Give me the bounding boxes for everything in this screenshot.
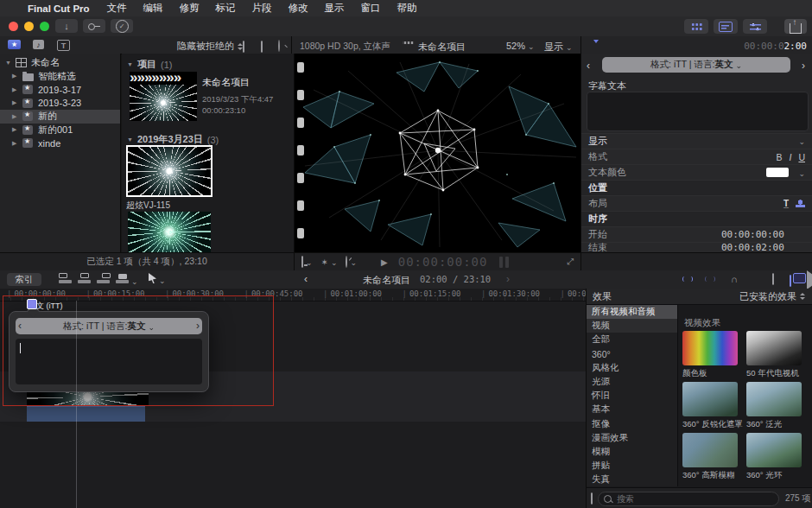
category-sidebar-toggle[interactable] — [591, 493, 593, 504]
caption-text-input[interactable] — [16, 339, 202, 384]
sidebar-item-event[interactable]: ▶2019-3-23 — [0, 97, 120, 111]
effects-category[interactable]: 基本 — [587, 403, 677, 416]
timeline-forward-button[interactable]: › — [506, 273, 510, 285]
viewer-timecode[interactable]: 00:00:00:00 — [398, 255, 488, 269]
viewer-zoom-dropdown[interactable]: 52% — [506, 41, 535, 51]
clip-filter-dropdown[interactable]: 隐藏被拒绝的 — [177, 40, 243, 53]
effects-browser-button[interactable] — [790, 276, 791, 286]
underline-button[interactable]: U — [798, 152, 805, 162]
previous-caption-button[interactable]: ‹ — [587, 60, 590, 72]
skimmer-playhead-line[interactable] — [76, 301, 77, 508]
share-button[interactable] — [784, 19, 807, 34]
chevron-right-icon[interactable]: ▶ — [12, 73, 22, 79]
effect-item[interactable]: 360° 反锐化遮罩 — [682, 382, 739, 430]
sidebar-item-event[interactable]: ▶2019-3-17 — [0, 83, 120, 97]
display-section-row[interactable]: 显示 — [581, 133, 812, 149]
effects-category[interactable]: 怀旧 — [587, 389, 677, 403]
clip-appearance-button[interactable] — [772, 274, 774, 284]
effects-category[interactable]: 360° — [587, 347, 677, 361]
chevron-down-icon[interactable]: ▼ — [5, 60, 16, 66]
effects-category[interactable]: 全部 — [587, 333, 677, 346]
timeline-project-name[interactable]: 未命名项目 — [363, 274, 410, 287]
effect-item[interactable]: 360° 光环 — [746, 433, 802, 481]
project-thumbnail[interactable] — [130, 72, 197, 121]
transitions-browser-button[interactable] — [807, 275, 812, 285]
minimize-window-button[interactable] — [24, 22, 34, 31]
audio-meters[interactable] — [499, 257, 511, 268]
menu-item[interactable]: 修剪 — [180, 2, 200, 15]
effects-search-field[interactable] — [598, 492, 779, 506]
show-timeline-button[interactable] — [714, 19, 738, 34]
show-inspector-button[interactable] — [743, 19, 767, 34]
effects-category[interactable]: 视频 — [587, 319, 677, 333]
timeline-ruler[interactable]: 00:00:00:0000:00:15:0000:00:30:0000:00:4… — [0, 289, 586, 302]
sidebar-item-event[interactable]: ▶新的 — [0, 110, 120, 124]
enhancements-button[interactable]: ✶ — [321, 257, 338, 267]
background-tasks-button[interactable] — [111, 19, 133, 33]
menu-item[interactable]: 显示 — [325, 2, 345, 15]
solo-button[interactable]: ∩ — [731, 274, 738, 284]
sidebar-item-event[interactable]: ▶xinde — [0, 137, 120, 150]
effect-item[interactable]: 50 年代电视机 — [746, 331, 802, 379]
effects-category[interactable]: 光源 — [587, 375, 677, 389]
layout-position-icon[interactable] — [796, 200, 805, 207]
installed-effects-dropdown[interactable]: 已安装的效果 — [739, 290, 805, 303]
sidebar-item-library[interactable]: ▼未命名 — [0, 56, 120, 70]
project-name[interactable]: 未命名项目 — [202, 76, 250, 89]
connect-edit-button[interactable] — [59, 273, 72, 286]
chevron-right-icon[interactable]: ▶ — [12, 99, 22, 106]
list-view-button[interactable] — [261, 41, 263, 52]
italic-button[interactable]: I — [789, 152, 791, 162]
clip-thumbnail[interactable] — [128, 212, 211, 252]
menu-item[interactable]: 窗口 — [361, 2, 381, 15]
media-sidebar-button[interactable] — [33, 40, 44, 49]
libraries-sidebar-button[interactable] — [8, 40, 21, 49]
next-caption-button[interactable]: › — [802, 60, 805, 72]
menu-item[interactable]: 文件 — [107, 2, 127, 15]
titles-sidebar-button[interactable] — [57, 40, 70, 51]
menu-item[interactable]: 帮助 — [397, 2, 417, 15]
keyword-editor-button[interactable] — [83, 19, 105, 33]
retime-button[interactable] — [346, 257, 357, 267]
insert-edit-button[interactable] — [78, 273, 91, 286]
chevron-right-icon[interactable]: ▶ — [12, 86, 22, 93]
color-swatch[interactable] — [766, 168, 789, 177]
next-caption-button[interactable]: › — [196, 320, 200, 332]
show-browser-button[interactable] — [684, 19, 708, 34]
viewer-view-dropdown[interactable]: 显示 — [544, 41, 573, 54]
effects-category[interactable]: 漫画效果 — [587, 431, 677, 445]
chevron-right-icon[interactable]: ▶ — [12, 140, 22, 147]
sidebar-item-folder[interactable]: ▶智能精选 — [0, 70, 120, 84]
search-input[interactable] — [615, 493, 773, 505]
start-timecode-field[interactable]: 00:00:00:00 — [721, 229, 784, 240]
bold-button[interactable]: B — [776, 152, 782, 162]
append-edit-button[interactable] — [97, 273, 110, 286]
play-button[interactable]: ▶ — [381, 257, 388, 267]
clip-audio-waveform-bar[interactable] — [27, 406, 145, 422]
chevron-down-icon[interactable]: ▼ — [127, 137, 137, 143]
menu-item[interactable]: 片段 — [252, 2, 272, 15]
clip-thumbnail-selected[interactable] — [128, 147, 211, 195]
app-menu[interactable]: Final Cut Pro — [28, 3, 90, 14]
overwrite-edit-button[interactable] — [116, 273, 138, 286]
effects-category[interactable]: 抠像 — [587, 417, 677, 431]
close-window-button[interactable] — [9, 22, 18, 31]
menu-item[interactable]: 编辑 — [143, 2, 163, 15]
tool-selector-dropdown[interactable] — [149, 273, 166, 285]
menu-item[interactable]: 标记 — [216, 2, 236, 15]
projects-section-header[interactable]: ▼ 项目(1) — [127, 58, 172, 71]
viewer-options-button[interactable] — [301, 257, 313, 267]
effect-item[interactable]: 360° 高斯模糊 — [682, 433, 739, 481]
browser-search-button[interactable] — [278, 41, 283, 51]
fullscreen-icon[interactable]: ⤢ — [567, 257, 574, 267]
event-section-header[interactable]: ▼ 2019年3月23日(3) — [127, 133, 219, 146]
menu-item[interactable]: 修改 — [289, 2, 308, 15]
caption-format-dropdown[interactable]: 格式: iTT | 语言: 英文 — [16, 318, 202, 334]
index-button[interactable]: 索引 — [7, 273, 41, 286]
caption-format-dropdown[interactable]: 格式: iTT | 语言: 英文 — [602, 57, 790, 73]
effects-category[interactable]: 风格化 — [587, 361, 677, 375]
previous-caption-button[interactable]: ‹ — [18, 320, 22, 332]
timeline-back-button[interactable]: ‹ — [304, 273, 308, 285]
chevron-right-icon[interactable]: ▶ — [12, 113, 22, 120]
effects-category[interactable]: 失真 — [587, 473, 677, 486]
